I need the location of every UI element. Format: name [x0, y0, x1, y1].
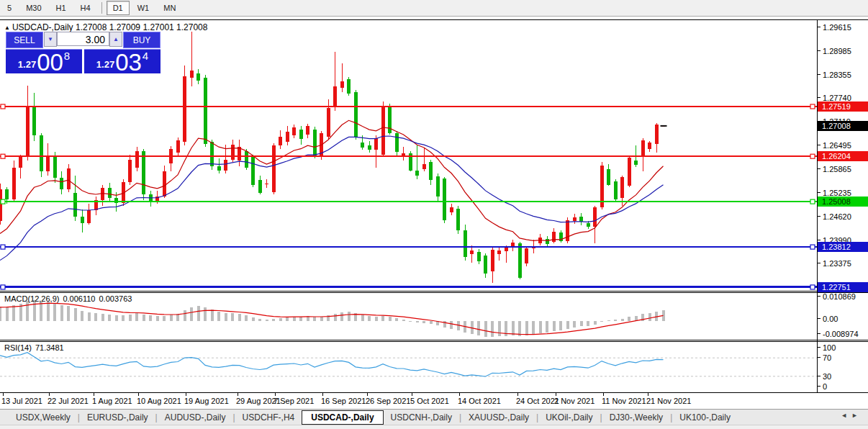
chart-tab-usdx-weekly[interactable]: USDX,Weekly — [9, 411, 78, 424]
chart-tab-eurusd-daily[interactable]: EURUSD-,Daily — [80, 411, 155, 424]
rsi-label-bar: RSI(14)71.3481 — [4, 343, 68, 352]
tick-mark — [818, 333, 820, 334]
timeframe-button-w1[interactable]: W1 — [131, 1, 156, 15]
one-click-trade-widget: SELL ▼ ▲ BUY 1.27 00 8 1.27 03 4 — [6, 32, 161, 73]
status-strip — [0, 425, 868, 429]
sell-price-sup: 8 — [64, 50, 70, 62]
tab-scroll-arrows[interactable]: ◄► — [841, 412, 862, 419]
sell-price-big: 00 — [37, 53, 63, 72]
sell-price-prefix: 1.27 — [18, 59, 36, 70]
date-axis-label: 21 Nov 2021 — [646, 397, 691, 405]
macd-label-bar: MACD(12,26,9)0.0061100.003763 — [4, 294, 135, 303]
timeframe-button-h1[interactable]: H1 — [50, 1, 73, 15]
tick-mark — [818, 216, 820, 217]
tab-scroll-right-icon[interactable]: ► — [851, 412, 862, 419]
date-tick-mark — [648, 393, 648, 396]
timeframe-button-m30[interactable]: M30 — [19, 1, 48, 15]
macd-axis-tick: 0.010869 — [818, 292, 868, 301]
date-axis-label: 22 Jul 2021 — [48, 397, 89, 405]
tick-mark — [818, 168, 820, 169]
rsi-value: 71.3481 — [35, 343, 64, 352]
chart-tab-usdcnh-daily[interactable]: USDCNH-,Daily — [384, 411, 459, 424]
date-axis[interactable]: 13 Jul 202122 Jul 20211 Aug 202110 Aug 2… — [0, 393, 868, 409]
rsi-axis-tick: 0 — [818, 382, 868, 391]
price-level-badge: 1.26204 — [818, 151, 868, 161]
timeframe-button-d1[interactable]: D1 — [107, 1, 130, 15]
macd-main-value: 0.006110 — [63, 294, 95, 303]
price-level-badge: 1.22751 — [818, 282, 868, 292]
price-axis-tick: 1.29615 — [818, 23, 868, 32]
mt4-window: 5M30H1H4D1W1MN ▲USDCAD-,Daily 1.27008 1.… — [0, 0, 868, 429]
macd-signal-value: 0.003763 — [99, 294, 132, 303]
chart-title-bar: ▲USDCAD-,Daily 1.27008 1.27009 1.27001 1… — [4, 22, 207, 32]
date-tick-mark — [238, 393, 238, 396]
chart-tab-usdcad-daily[interactable]: USDCAD-,Daily — [302, 410, 383, 425]
chart-tab-ukoil-daily[interactable]: UKOil-,Daily — [538, 411, 600, 424]
date-axis-label: 11 Nov 2021 — [602, 397, 646, 405]
date-tick-mark — [138, 393, 139, 396]
tab-scroll-left-icon[interactable]: ◄ — [841, 412, 851, 419]
date-tick-mark — [412, 393, 412, 396]
price-level-badge: 1.27008 — [818, 121, 868, 131]
chart-symbol-title: USDCAD-,Daily — [12, 22, 73, 32]
chart-tab-xauusd-daily[interactable]: XAUUSD-,Daily — [461, 411, 536, 424]
date-tick-mark — [275, 393, 276, 396]
timeframe-toolbar: 5M30H1H4D1W1MN — [0, 0, 868, 17]
buy-button[interactable]: BUY — [123, 32, 161, 48]
price-level-badge: 1.27519 — [818, 101, 868, 112]
chart-tab-audusd-daily[interactable]: AUDUSD-,Daily — [158, 411, 233, 424]
rsi-panel[interactable] — [0, 342, 817, 392]
date-tick-mark — [603, 393, 604, 396]
buy-price-display[interactable]: 1.27 03 4 — [84, 49, 161, 73]
date-tick-mark — [186, 393, 186, 396]
tick-mark — [818, 347, 820, 348]
date-tick-mark — [322, 393, 323, 396]
price-level-badge: 1.23812 — [818, 242, 868, 252]
rsi-axis-tick: 70 — [818, 353, 868, 362]
collapse-icon[interactable]: ▲ — [4, 24, 10, 31]
panel-divider — [0, 291, 868, 292]
tick-mark — [818, 192, 820, 193]
date-tick-mark — [3, 393, 4, 396]
chart-ohlc-values: 1.27008 1.27009 1.27001 1.27008 — [76, 22, 208, 32]
chart-tab-uk100-daily[interactable]: UK100-,Daily — [672, 411, 738, 424]
volume-increase-button[interactable]: ▲ — [109, 32, 122, 47]
date-axis-label: 24 Oct 2021 — [516, 397, 559, 405]
macd-axis-tick: 0.00 — [818, 315, 868, 323]
macd-axis-tick: -0.008974 — [818, 330, 868, 338]
tick-mark — [818, 74, 820, 75]
date-axis-label: 7 Sep 2021 — [273, 397, 314, 405]
macd-indicator-name: MACD(12,26,9) — [4, 294, 59, 303]
price-axis-tick: 1.23375 — [818, 259, 868, 268]
timeframe-button-5[interactable]: 5 — [1, 1, 18, 15]
price-axis-tick: 1.25865 — [818, 165, 868, 173]
date-tick-mark — [556, 393, 556, 396]
volume-decrease-button[interactable]: ▼ — [44, 32, 57, 47]
timeframe-button-mn[interactable]: MN — [157, 1, 182, 15]
date-tick-mark — [94, 393, 94, 396]
volume-input[interactable] — [57, 32, 109, 46]
date-tick-mark — [49, 393, 50, 396]
buy-price-prefix: 1.27 — [96, 59, 114, 70]
tick-mark — [818, 50, 820, 51]
sell-button[interactable]: SELL — [6, 32, 43, 48]
date-axis-label: 10 Aug 2021 — [137, 397, 181, 405]
price-level-badge: 1.25008 — [818, 197, 868, 207]
tick-mark — [818, 376, 820, 376]
price-axis-tick: 1.26495 — [818, 141, 868, 150]
toolbar-separator — [101, 2, 102, 14]
rsi-indicator-name: RSI(14) — [4, 343, 32, 352]
chart-tab-dj30-weekly[interactable]: DJ30-,Weekly — [602, 411, 670, 424]
date-axis-label: 1 Aug 2021 — [92, 397, 132, 405]
tick-mark — [818, 27, 820, 27]
chart-tab-usdchf-h4[interactable]: USDCHF-,H4 — [235, 411, 302, 424]
rsi-chart — [0, 342, 817, 392]
date-axis-label: 5 Oct 2021 — [410, 397, 449, 405]
timeframe-button-h4[interactable]: H4 — [74, 1, 97, 15]
sell-price-display[interactable]: 1.27 00 8 — [6, 49, 82, 73]
date-axis-label: 26 Sep 2021 — [366, 397, 410, 405]
date-axis-label: 19 Aug 2021 — [184, 397, 229, 405]
tick-mark — [818, 318, 820, 319]
date-axis-label: 2 Nov 2021 — [554, 397, 595, 405]
date-tick-mark — [459, 393, 460, 396]
